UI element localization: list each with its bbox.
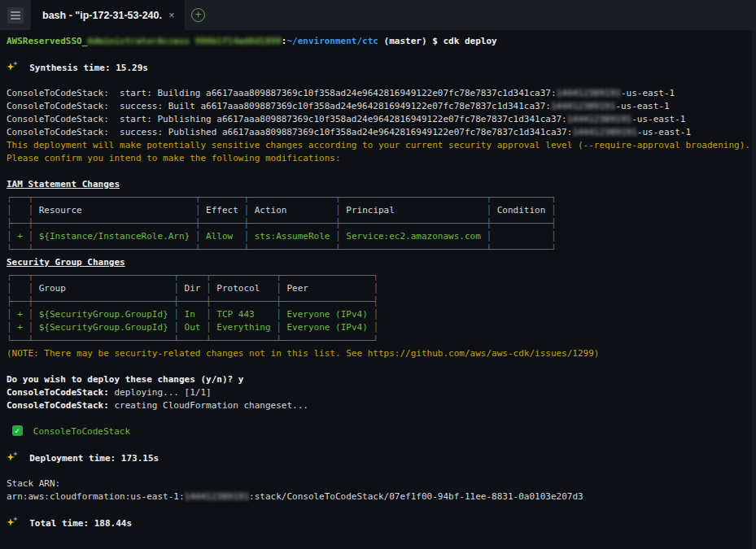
text-run: │ [28, 322, 39, 333]
text-run: │ [243, 231, 254, 242]
cell-peer: Everyone (IPv4) [286, 309, 373, 320]
text-run: │ [195, 231, 206, 242]
text-run: │ │ [7, 283, 39, 294]
text-run: └───┴──────────────────────────┴─────┴──… [7, 335, 378, 346]
text-run: ├───┼──────────────────────────────┼────… [7, 218, 557, 229]
text-run: │ [7, 231, 17, 242]
account-id-redacted: 144412389191 [557, 88, 621, 98]
account-id-redacted: 144412389191 [567, 114, 631, 124]
text-run: │ [276, 322, 286, 333]
text-run: │ [28, 309, 39, 320]
total-time: Total time: 188.44s [19, 518, 132, 529]
sg-changes-heading: Security Group Changes [7, 256, 756, 269]
change-plus: + [17, 322, 28, 333]
text-run: │ [243, 205, 254, 216]
text-run: │ [206, 283, 216, 294]
asset-built-line: ConsoleToCodeStack: success: Built a6617… [7, 100, 756, 113]
cell-principal: Service:ec2.amazonaws.com [346, 231, 486, 242]
sg-table-header: │ │ Group │ Dir │ Protocol │ Peer │ [7, 282, 756, 295]
sparkles-icon [7, 61, 19, 72]
text-run: │ [28, 231, 39, 242]
account-id-redacted: 144412389191 [551, 101, 615, 111]
text-run: │ [335, 205, 346, 216]
sg-table-row-out: │ + │ ${SecurityGroup.GroupId} │ Out │ E… [7, 321, 756, 334]
changeset-line: ConsoleToCodeStack: creating CloudFormat… [7, 399, 756, 412]
change-plus: + [17, 309, 28, 320]
terminal-body: AWSReservedSSO_AdministratorAccess 986b1… [7, 35, 756, 529]
terminal[interactable]: AWSReservedSSO_AdministratorAccess 986b1… [0, 30, 756, 549]
col-protocol: Protocol [216, 283, 276, 294]
iam-table-border-bottom: └───┴──────────────────────────────┴────… [7, 243, 756, 256]
synthesis-time: Synthesis time: 15.29s [19, 63, 148, 73]
terminal-line [7, 438, 756, 451]
text-run: │ [373, 322, 378, 333]
text-run: │ [276, 309, 286, 320]
terminal-line [7, 165, 756, 178]
prompt-path: ~/environment/ctc [286, 36, 378, 46]
prompt-user-redacted: AdministratorAccess 986b1f14ad8d1890 [87, 36, 281, 46]
text-run [7, 426, 12, 437]
sg-table-border-bottom: └───┴──────────────────────────┴─────┴──… [7, 334, 756, 347]
iam-table-separator: ├───┼──────────────────────────────┼────… [7, 217, 756, 230]
close-icon[interactable]: × [168, 9, 175, 21]
deployment-time-line: Deployment time: 173.15s [7, 451, 756, 464]
text-run: arn:aws:cloudformation:us-east-1: [7, 491, 185, 502]
text-run: creating CloudFormation changeset... [109, 400, 308, 411]
prompt-branch: (master) $ [378, 36, 443, 46]
asset-publishing-line: ConsoleToCodeStack: start: Publishing a6… [7, 113, 756, 126]
prompt-line: AWSReservedSSO_AdministratorAccess 986b1… [7, 35, 756, 48]
text-run: ConsoleToCodeStack: start: Building a661… [7, 88, 557, 98]
text-run: │ [373, 283, 378, 294]
text-run: ┌───┬──────────────────────────────┬────… [7, 192, 557, 203]
text-run: │ [206, 322, 216, 333]
sg-table-row-in: │ + │ ${SecurityGroup.GroupId} │ In │ TC… [7, 308, 756, 321]
iam-changes-heading: IAM Statement Changes [7, 179, 120, 190]
terminal-window: bash - "ip-172-31-53-240. × + AWSReserve… [0, 0, 756, 549]
col-resource: Resource [39, 205, 195, 216]
cell-action: sts:AssumeRole [255, 231, 335, 242]
plus-icon: + [191, 8, 205, 22]
check-icon [12, 425, 23, 436]
stack-success-line: ConsoleToCodeStack [7, 425, 756, 438]
stack-name: ConsoleToCodeStack: [7, 387, 109, 398]
text-run: ConsoleToCodeStack: success: Built a6617… [7, 101, 551, 111]
sparkles-icon [7, 451, 19, 463]
iam-changes-heading: IAM Statement Changes [7, 178, 756, 191]
text-run: └───┴──────────────────────────────┴────… [7, 244, 557, 255]
approval-warning-line-1: This deployment will make potentially se… [7, 139, 756, 152]
scrollbar[interactable] [752, 30, 756, 549]
col-action: Action [255, 205, 335, 216]
stack-arn-value: :stack/ConsoleToCodeStack/07ef1f00-94bf-… [249, 491, 583, 502]
asset-building-line: ConsoleToCodeStack: start: Building a661… [7, 87, 756, 100]
tab-bash[interactable]: bash - "ip-172-31-53-240. × [31, 0, 185, 30]
stack-arn-value-line: arn:aws:cloudformation:us-east-1:1444123… [7, 490, 756, 503]
cell-effect: Allow [206, 231, 243, 242]
security-note-line: (NOTE: There may be security-related cha… [7, 347, 756, 360]
deploying-line: ConsoleToCodeStack: deploying... [1/1] [7, 386, 756, 399]
menu-button[interactable] [0, 0, 30, 30]
sg-table-border-top: ┌───┬──────────────────────────┬─────┬──… [7, 269, 756, 282]
text-run: │ [173, 283, 184, 294]
change-plus: + [17, 231, 28, 242]
hamburger-icon [7, 7, 24, 24]
cell-dir: In [185, 309, 207, 320]
iam-table-header: │ │ Resource │ Effect │ Action │ Princip… [7, 204, 756, 217]
github-issue-link: (NOTE: There may be security-related cha… [7, 348, 599, 359]
text-run: │ [173, 322, 184, 333]
cell-resource: ${Instance/InstanceRole.Arn} [39, 231, 195, 242]
iam-table-row: │ + │ ${Instance/InstanceRole.Arn} │ All… [7, 230, 756, 243]
col-peer: Peer [286, 283, 373, 294]
text-run [492, 231, 551, 242]
text-run: deploying... [1/1] [109, 387, 212, 398]
terminal-line [7, 464, 756, 477]
text-run: -us-east-1 [631, 114, 685, 124]
text-run: -us-east-1 [621, 88, 675, 98]
col-principal: Principal [346, 205, 486, 216]
col-condition: Condition [497, 205, 551, 216]
col-group: Group [39, 283, 174, 294]
new-tab-button[interactable]: + [185, 0, 212, 30]
cell-protocol: Everything [216, 322, 276, 333]
text-run: This deployment will make potentially se… [7, 140, 750, 150]
terminal-line [7, 412, 756, 425]
stack-arn-label: Stack ARN: [7, 478, 60, 489]
